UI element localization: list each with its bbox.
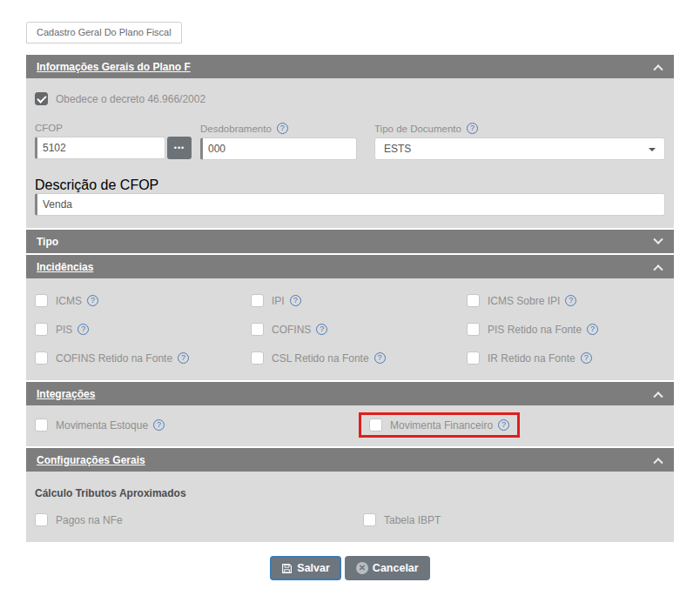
chevron-up-icon[interactable] [653, 64, 663, 74]
page: Cadastro Geral Do Plano Fiscal Informaçõ… [0, 0, 700, 580]
pagos-na-nfe-checkbox[interactable] [35, 513, 48, 526]
section-title: Configurações Gerais [37, 454, 145, 466]
help-icon[interactable]: ? [316, 324, 327, 335]
checkbox-label: ICMS Sobre IPI [488, 295, 560, 307]
checkbox-row-pis: PIS ? [26, 323, 242, 336]
descricao-label: Descrição de CFOP [35, 177, 665, 193]
section-header-informacoes-gerais[interactable]: Informações Gerais do Plano F [26, 55, 674, 78]
help-icon[interactable]: ? [277, 123, 288, 134]
section-header-integracoes[interactable]: Integrações [26, 382, 674, 405]
section-title: Incidências [37, 261, 93, 273]
chevron-up-icon[interactable] [653, 458, 663, 467]
section-body-configuracoes-gerais: Cálculo Tributos Aproximados Pagos na NF… [26, 472, 674, 542]
decree-checkbox[interactable] [35, 92, 48, 105]
checkbox-label: COFINS [272, 324, 311, 336]
checkbox-row-pagos-na-nfe: Pagos na NFe [35, 513, 350, 526]
save-label: Salvar [297, 562, 330, 574]
tipo-documento-select[interactable]: ESTS [374, 137, 665, 160]
section-header-incidencias[interactable]: Incidências [26, 255, 674, 278]
save-icon [281, 563, 293, 574]
checkbox-row-icms: ICMS ? [26, 294, 242, 307]
section-header-configuracoes-gerais[interactable]: Configurações Gerais [26, 448, 674, 472]
cfop-lookup-button[interactable]: ••• [167, 137, 192, 159]
footer-actions: Salvar ✕ Cancelar [26, 556, 674, 580]
checkbox-label: Tabela IBPT [384, 514, 441, 526]
checkbox-row-ir-retido: IR Retido na Fonte ? [458, 351, 674, 365]
checkbox-label: COFINS Retido na Fonte [56, 352, 172, 365]
section-header-tipo[interactable]: Tipo [26, 230, 674, 253]
ipi-checkbox[interactable] [251, 294, 264, 307]
desdobramento-label: Desdobramento [200, 124, 272, 134]
section-body-incidencias: ICMS ? IPI ? ICMS Sobre IPI ? PIS ? COFI… [26, 278, 674, 380]
help-icon[interactable]: ? [467, 123, 478, 134]
help-icon[interactable]: ? [178, 352, 189, 364]
decree-checkbox-row: Obedece o decreto 46.966/2002 [35, 92, 665, 105]
cancel-label: Cancelar [373, 562, 419, 574]
help-icon[interactable]: ? [565, 295, 576, 306]
help-icon[interactable]: ? [290, 295, 301, 306]
pis-checkbox[interactable] [35, 323, 48, 336]
checkbox-label: PIS Retido na Fonte [488, 324, 582, 336]
help-icon[interactable]: ? [587, 324, 598, 335]
icms-checkbox[interactable] [35, 294, 48, 307]
desdobramento-field-group: Desdobramento ? [200, 123, 357, 160]
cfop-label: CFOP [35, 123, 192, 133]
tipo-documento-value: ESTS [384, 143, 411, 155]
desdobramento-input[interactable] [200, 137, 357, 160]
movimenta-financeiro-cell: Movimenta Financeiro ? [350, 412, 674, 438]
section-title: Tipo [37, 236, 58, 248]
checkbox-row-ipi: IPI ? [242, 294, 458, 307]
checkbox-row-pis-retido: PIS Retido na Fonte ? [458, 323, 674, 336]
checkbox-row-movimenta-financeiro: Movimenta Financeiro ? [369, 418, 509, 432]
pis-retido-checkbox[interactable] [467, 323, 480, 336]
movimenta-estoque-checkbox[interactable] [35, 418, 48, 432]
cfop-input[interactable] [35, 137, 165, 159]
section-title: Integrações [37, 388, 95, 400]
help-icon[interactable]: ? [87, 295, 98, 306]
chevron-up-icon[interactable] [653, 264, 663, 274]
cfop-field-group: CFOP ••• [35, 123, 192, 160]
tabela-ibpt-checkbox[interactable] [363, 513, 376, 526]
checkbox-label: Movimenta Financeiro [390, 419, 493, 432]
checkbox-row-icms-sobre-ipi: ICMS Sobre IPI ? [458, 294, 674, 307]
movimenta-financeiro-checkbox[interactable] [369, 418, 382, 432]
section-body-integracoes: Movimenta Estoque ? Movimenta Financeiro… [26, 405, 674, 446]
cancel-icon: ✕ [356, 562, 368, 574]
checkbox-row-movimenta-estoque: Movimenta Estoque ? [26, 418, 350, 432]
save-button[interactable]: Salvar [270, 556, 341, 580]
highlight-annotation-box: Movimenta Financeiro ? [359, 412, 520, 438]
descricao-input[interactable] [35, 193, 665, 216]
help-icon[interactable]: ? [77, 324, 89, 335]
checkbox-label: ICMS [56, 295, 82, 307]
help-icon[interactable]: ? [581, 352, 592, 364]
checkbox-label: Movimenta Estoque [56, 419, 148, 432]
cofins-retido-checkbox[interactable] [35, 351, 48, 365]
chevron-down-icon [649, 148, 656, 151]
section-body-informacoes-gerais: Obedece o decreto 46.966/2002 CFOP ••• D… [26, 78, 674, 228]
chevron-up-icon[interactable] [653, 392, 663, 401]
checkbox-label: Pagos na NFe [56, 514, 123, 526]
icms-sobre-ipi-checkbox[interactable] [467, 294, 480, 307]
checkbox-row-csl-retido: CSL Retido na Fonte ? [242, 351, 458, 365]
tipo-documento-field-group: Tipo de Documento ? ESTS [374, 123, 665, 160]
checkbox-label: IPI [272, 295, 285, 307]
csl-retido-checkbox[interactable] [251, 351, 264, 365]
chevron-down-icon[interactable] [653, 234, 663, 244]
help-icon[interactable]: ? [498, 419, 509, 431]
cofins-checkbox[interactable] [251, 323, 264, 336]
tab-cadastro-geral[interactable]: Cadastro Geral Do Plano Fiscal [26, 22, 182, 44]
cancel-button[interactable]: ✕ Cancelar [345, 556, 430, 580]
checkbox-row-tabela-ibpt: Tabela IBPT [350, 513, 665, 526]
checkbox-row-cofins-retido: COFINS Retido na Fonte ? [26, 351, 242, 365]
ir-retido-checkbox[interactable] [467, 351, 480, 365]
fields-row: CFOP ••• Desdobramento ? Tipo de Documen… [35, 123, 665, 160]
checkbox-label: PIS [56, 324, 72, 336]
calculo-tributos-title: Cálculo Tributos Aproximados [35, 487, 665, 499]
checkbox-label: CSL Retido na Fonte [272, 352, 369, 365]
decree-label: Obedece o decreto 46.966/2002 [56, 93, 205, 105]
checkbox-row-cofins: COFINS ? [242, 323, 458, 336]
help-icon[interactable]: ? [153, 419, 165, 431]
descricao-field-group: Descrição de CFOP [35, 177, 665, 216]
section-title: Informações Gerais do Plano F [37, 61, 191, 73]
help-icon[interactable]: ? [374, 352, 386, 364]
